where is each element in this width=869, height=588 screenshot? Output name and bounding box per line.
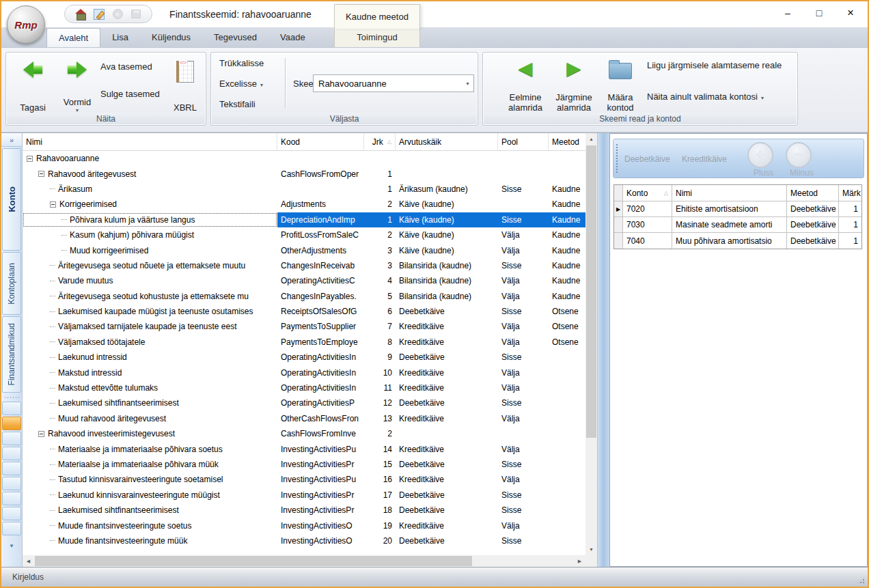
scheme-combobox[interactable]: Rahavooaruanne ▼: [313, 74, 474, 92]
tree-row[interactable]: Rahavood äritegevusestCashFlowsFromOper1: [23, 166, 585, 181]
tree-row[interactable]: Väljamaksed tarnijatele kaupade ja teenu…: [23, 319, 585, 334]
tree-cell-pool[interactable]: Välja: [498, 227, 549, 242]
tree-cell-meetod[interactable]: Kaudne: [549, 273, 585, 288]
tab-vaade[interactable]: Vaade: [268, 27, 317, 47]
tree-row[interactable]: Kasum (kahjum) põhivara müügistProfitLos…: [23, 227, 585, 242]
tree-cell-nimi[interactable]: Äritegevusega seotud nõuete ja ettemakse…: [23, 258, 277, 273]
tree-cell-nimi[interactable]: Muud korrigeerimised: [23, 242, 277, 257]
column-header-nimi[interactable]: Nimi: [23, 133, 277, 150]
tree-cell-jrk[interactable]: 11: [364, 380, 396, 395]
tree-cell-arv[interactable]: [396, 166, 498, 181]
tree-cell-meetod[interactable]: [549, 488, 585, 503]
sidebar-stub-tab[interactable]: [2, 522, 21, 535]
xbrl-button[interactable]: XBRL: [169, 58, 202, 113]
tree-row[interactable]: Laekunud intressidOperatingActivitiesIn9…: [23, 350, 585, 365]
scrollbar-thumb[interactable]: [35, 556, 472, 566]
tab-lisa[interactable]: Lisa: [100, 27, 140, 47]
tree-cell-jrk[interactable]: 6: [364, 304, 396, 319]
tree-cell-nimi[interactable]: Väljamaksed töötajatele: [23, 335, 277, 350]
tree-cell-jrk[interactable]: 16: [364, 472, 396, 487]
tree-cell-jrk[interactable]: 3: [364, 258, 396, 273]
tree-row[interactable]: Tasutud kinnisvarainvesteeringute soetam…: [23, 472, 585, 487]
tree-cell-kood[interactable]: OperatingActivitiesP: [277, 395, 364, 410]
collapse-node-icon[interactable]: [27, 156, 33, 162]
tree-row[interactable]: Äritegevusega seotud nõuete ja ettemakse…: [23, 258, 585, 273]
tree-cell-jrk[interactable]: 2: [364, 197, 396, 212]
tree-cell-pool[interactable]: [498, 151, 549, 166]
tree-cell-pool[interactable]: Välja: [498, 472, 549, 487]
tree-cell-arv[interactable]: Käive (kaudne): [396, 197, 498, 212]
tree-cell-kood[interactable]: InvestingActivitiesPr: [277, 457, 364, 472]
tree-cell-pool[interactable]: [498, 197, 549, 212]
tree-cell-jrk[interactable]: 18: [364, 503, 396, 518]
tree-cell-pool[interactable]: Välja: [498, 242, 549, 257]
tree-cell-nimi[interactable]: Äritegevusega seotud kohustuste ja ettem…: [23, 289, 277, 304]
tree-cell-pool[interactable]: Välja: [498, 380, 549, 395]
accounts-column-header-nimi[interactable]: Nimi: [672, 185, 787, 201]
tree-cell-pool[interactable]: [498, 166, 549, 181]
account-cell-konto[interactable]: 7020: [623, 201, 672, 216]
tree-cell-pool[interactable]: Välja: [498, 441, 549, 456]
tree-cell-pool[interactable]: Välja: [498, 335, 549, 350]
tree-cell-jrk[interactable]: 17: [364, 488, 396, 503]
tree-cell-jrk[interactable]: 2: [364, 426, 396, 441]
tree-cell-kood[interactable]: PaymentsToEmploye: [277, 335, 364, 350]
open-levels-button[interactable]: Ava tasemed: [100, 61, 152, 72]
tree-cell-meetod[interactable]: [549, 411, 585, 426]
account-cell-mark[interactable]: 1: [839, 217, 861, 232]
tree-cell-nimi[interactable]: Laekunud kinnisvarainvesteeringute müügi…: [23, 488, 277, 503]
tree-cell-arv[interactable]: Ärikasum (kaudne): [396, 182, 498, 197]
column-header-jrk[interactable]: Jrk△: [364, 133, 396, 150]
tree-cell-jrk[interactable]: 1: [364, 166, 396, 181]
tree-row[interactable]: Varude muutusOperatingActivitiesC4Bilans…: [23, 273, 585, 288]
tree-cell-jrk[interactable]: 14: [364, 441, 396, 456]
tree-cell-nimi[interactable]: Materiaalse ja immateriaalse põhivara mü…: [23, 457, 277, 472]
tree-row[interactable]: Materiaalse ja immateriaalse põhivara so…: [23, 441, 585, 456]
tree-cell-pool[interactable]: Sisse: [498, 503, 549, 518]
tree-cell-kood[interactable]: OperatingActivitiesIn: [277, 365, 364, 380]
sidebar-stub-tab[interactable]: [2, 402, 21, 415]
tree-cell-arv[interactable]: [396, 426, 498, 441]
tree-cell-pool[interactable]: Välja: [498, 518, 549, 533]
tree-cell-arv[interactable]: Deebetkäive: [396, 304, 498, 319]
tree-cell-kood[interactable]: InvestingActivitiesPu: [277, 472, 364, 487]
tree-cell-jrk[interactable]: 3: [364, 242, 396, 257]
account-cell-meetod[interactable]: Deebetkäive: [787, 217, 839, 232]
tree-cell-pool[interactable]: Sisse: [498, 182, 549, 197]
tab-toimingud[interactable]: Toimingud: [334, 27, 420, 47]
tree-row[interactable]: Muude finantsinvesteeringute soetusInves…: [23, 518, 585, 533]
sidebar-tab-konto[interactable]: Konto: [2, 148, 21, 251]
tree-row[interactable]: Muud rahavood äritegevusestOtherCashFlow…: [23, 411, 585, 426]
scroll-left-icon[interactable]: ◀: [23, 555, 34, 567]
tree-cell-pool[interactable]: Sisse: [498, 212, 549, 227]
tree-cell-pool[interactable]: Sisse: [498, 395, 549, 410]
to-excel-button[interactable]: Excelisse ▼: [219, 79, 264, 89]
account-row[interactable]: 7030Masinate seadmete amortiDeebetkäive1: [614, 217, 861, 233]
tree-cell-kood[interactable]: ProfitLossFromSaleC: [277, 227, 364, 242]
tree-cell-meetod[interactable]: [549, 426, 585, 441]
tree-cell-arv[interactable]: Kreeditkäive: [396, 365, 498, 380]
collapse-node-icon[interactable]: [38, 171, 44, 177]
tree-row[interactable]: Makstud intressidOperatingActivitiesIn10…: [23, 365, 585, 380]
tree-cell-arv[interactable]: Bilansirida (kaudne): [396, 289, 498, 304]
tree-cell-arv[interactable]: Käive (kaudne): [396, 212, 498, 227]
tree-cell-kood[interactable]: InvestingActivitiesPr: [277, 488, 364, 503]
column-header-arv[interactable]: Arvutuskäik: [396, 133, 498, 150]
tree-cell-arv[interactable]: Käive (kaudne): [396, 227, 498, 242]
tree-cell-pool[interactable]: Välja: [498, 289, 549, 304]
resize-grip-icon[interactable]: [857, 576, 866, 585]
tree-cell-kood[interactable]: OperatingActivitiesIn: [277, 350, 364, 365]
account-cell-nimi[interactable]: Muu põhivara amortisatsio: [672, 233, 787, 249]
home-icon[interactable]: [74, 8, 87, 20]
tab-tegevused[interactable]: Tegevused: [202, 27, 268, 47]
tree-cell-nimi[interactable]: Makstud intressid: [23, 365, 277, 380]
tree-cell-meetod[interactable]: [549, 441, 585, 456]
tree-cell-pool[interactable]: Välja: [498, 273, 549, 288]
tree-cell-pool[interactable]: Välja: [498, 319, 549, 334]
tree-cell-jrk[interactable]: 20: [364, 533, 396, 548]
tree-cell-arv[interactable]: Bilansirida (kaudne): [396, 273, 498, 288]
sidebar-stub-tab[interactable]: [2, 507, 21, 520]
tree-cell-nimi[interactable]: Rahavood investeerimistegevusest: [23, 426, 277, 441]
close-button[interactable]: ×: [835, 3, 866, 23]
tree-row[interactable]: Laekumised kaupade müügist ja teenuste o…: [23, 304, 585, 319]
